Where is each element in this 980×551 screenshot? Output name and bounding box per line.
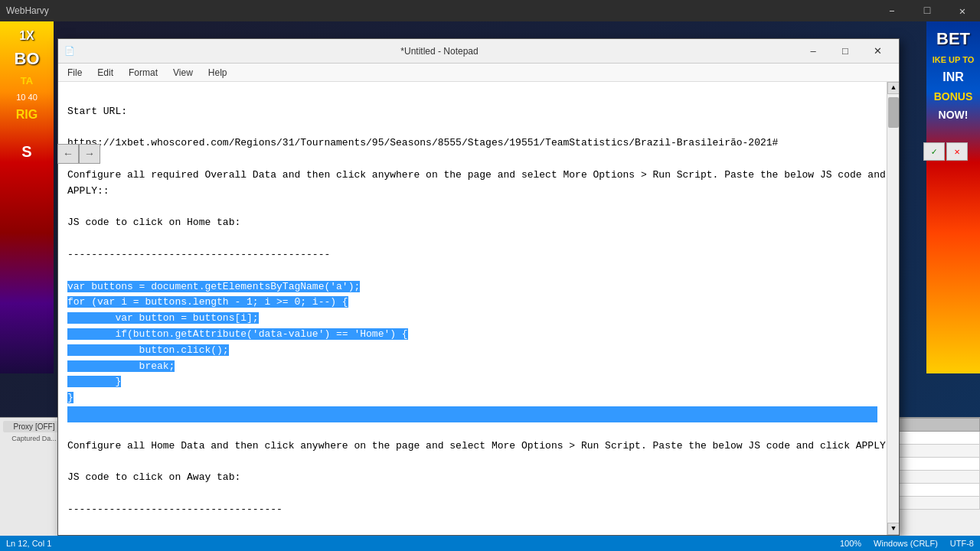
status-bar: Ln 12, Col 1 100% Windows (CRLF) UTF-8 [0, 536, 980, 551]
nav-arrows: ← → [57, 144, 100, 164]
right-ad-bet: BET [936, 29, 970, 49]
editor-line-18: } [67, 374, 877, 390]
menu-edit[interactable]: Edit [91, 66, 119, 80]
status-zoom: 100% [840, 539, 861, 548]
right-ad-panel: BET IKE UP TO INR BONUS NOW! [926, 21, 980, 373]
right-ad-inr: INR [942, 70, 964, 84]
left-ad-s: S [21, 143, 31, 161]
notepad-maximize-button[interactable]: □ [830, 42, 861, 60]
status-line-col: Ln 12, Col 1 [6, 539, 51, 548]
left-ad-rig: RIG [16, 108, 38, 122]
editor-line-24: JS code to click on Away tab: [67, 470, 877, 486]
scrollbar-up-arrow[interactable]: ▲ [887, 82, 899, 94]
editor-line-11 [67, 263, 877, 279]
back-button[interactable]: ← [57, 144, 79, 164]
menu-help[interactable]: Help [202, 66, 234, 80]
editor-line-22: Configure all Home Data and then click a… [67, 439, 877, 455]
menu-view[interactable]: View [167, 66, 199, 80]
menu-file[interactable]: File [61, 66, 88, 80]
webharvy-maximize-button[interactable]: □ [910, 0, 945, 21]
editor-line-21 [67, 422, 877, 439]
editor-line-25 [67, 486, 877, 502]
notepad-content: Start URL: https://1xbet.whoscored.com/R… [58, 82, 899, 535]
captured-data-label: Captured Da... [11, 435, 57, 442]
editor-line-4 [67, 152, 877, 168]
notepad-close-button[interactable]: ✕ [862, 42, 893, 60]
webharvy-window-controls: – □ ✕ [874, 0, 980, 21]
notepad-titlebar: 📄 *Untitled - Notepad – □ ✕ [58, 39, 899, 64]
proxy-status: Proxy [OFF] [3, 421, 66, 432]
scrollbar-thumb[interactable] [888, 97, 899, 128]
webharvy-app-title: WebHarvy [6, 5, 49, 16]
status-right-group: 100% Windows (CRLF) UTF-8 [840, 539, 974, 548]
forward-button[interactable]: → [79, 144, 100, 164]
toolbar-checkmark-button[interactable]: ✓ [923, 142, 945, 161]
editor-line-14: var button = buttons[i]; [67, 311, 877, 327]
left-ad-1x: 1X [19, 29, 34, 43]
editor-line-7 [67, 200, 877, 216]
notepad-window: 📄 *Untitled - Notepad – □ ✕ File Edit Fo… [57, 38, 900, 536]
editor-line-26: ------------------------------------ [67, 502, 877, 518]
notepad-scrollbar[interactable]: ▲ ▼ [887, 82, 899, 535]
editor-line-13: for (var i = buttons.length - 1; i >= 0;… [67, 295, 877, 311]
notepad-minimize-button[interactable]: – [798, 42, 828, 60]
right-ad-bonus: BONUS [934, 90, 973, 103]
notepad-editor[interactable]: Start URL: https://1xbet.whoscored.com/R… [58, 82, 887, 535]
notepad-window-title: *Untitled - Notepad [81, 46, 798, 57]
editor-line-19: } [67, 390, 877, 406]
right-ad-ike: IKE UP TO [933, 55, 975, 64]
menu-format[interactable]: Format [122, 66, 164, 80]
right-ad-now: NOW! [939, 109, 969, 121]
editor-line-28: var buttons = document.getElementsByTagN… [67, 533, 877, 535]
editor-line-6: APPLY:: [67, 184, 877, 200]
scrollbar-down-arrow[interactable]: ▼ [887, 523, 899, 535]
editor-line-10: ----------------------------------------… [67, 247, 877, 263]
editor-line-17: break; [67, 359, 877, 375]
editor-line-12: var buttons = document.getElementsByTagN… [67, 279, 877, 295]
editor-line-20 [67, 406, 877, 422]
editor-line-2 [67, 120, 877, 136]
notepad-menubar: File Edit Format View Help [58, 64, 899, 82]
editor-line-5: Configure all required Overall Data and … [67, 168, 877, 184]
webharvy-close-button[interactable]: ✕ [945, 0, 980, 21]
toolbar-cross-button[interactable]: ✕ [946, 142, 968, 161]
left-ad-ta: TA [21, 75, 33, 86]
editor-line-3: https://1xbet.whoscored.com/Regions/31/T… [67, 135, 877, 152]
left-ad-bo: BO [15, 49, 40, 69]
editor-line-27 [67, 518, 877, 534]
status-line-endings: Windows (CRLF) [874, 539, 938, 548]
editor-line-0 [67, 88, 877, 104]
editor-line-1: Start URL: [67, 104, 877, 120]
editor-line-16: button.click(); [67, 343, 877, 359]
right-toolbar: ✓ ✕ [923, 142, 968, 161]
webharvy-titlebar: WebHarvy – □ ✕ [0, 0, 980, 21]
left-ad-num: 10 40 [16, 93, 38, 102]
left-ad-panel: 1X BO TA 10 40 RIG S [0, 21, 54, 373]
status-encoding: UTF-8 [950, 539, 974, 548]
editor-line-9 [67, 231, 877, 247]
editor-line-15: if(button.getAttribute('data-value') == … [67, 327, 877, 343]
notepad-window-controls: – □ ✕ [798, 42, 893, 60]
notepad-app-icon: 📄 [64, 46, 75, 56]
webharvy-minimize-button[interactable]: – [874, 0, 910, 21]
editor-line-23 [67, 454, 877, 470]
editor-line-8: JS code to click on Home tab: [67, 215, 877, 231]
